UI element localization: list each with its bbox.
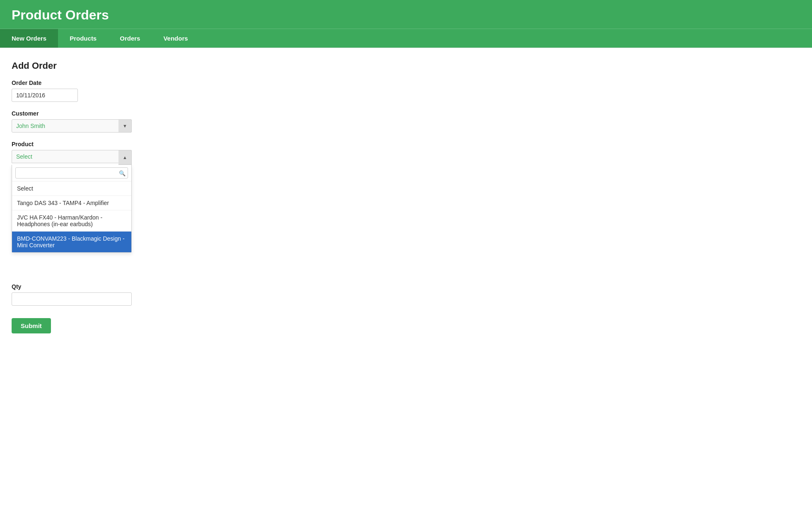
product-select-text: Select — [16, 153, 32, 160]
nav-item-new-orders[interactable]: New Orders — [0, 29, 58, 48]
navigation: New Orders Products Orders Vendors — [0, 29, 812, 48]
main-content: Add Order Order Date Customer John Smith… — [0, 48, 812, 346]
header: Product Orders — [0, 0, 812, 29]
product-option-select[interactable]: Select — [12, 181, 131, 196]
customer-dropdown-arrow-icon[interactable]: ▼ — [118, 119, 132, 133]
product-dropdown-arrow-icon[interactable]: ▲ — [118, 150, 132, 165]
nav-item-products[interactable]: Products — [58, 29, 108, 48]
product-label: Product — [12, 141, 800, 147]
app-title: Product Orders — [12, 7, 800, 23]
qty-group: Qty — [12, 283, 800, 306]
product-search-input[interactable] — [15, 167, 128, 179]
customer-label: Customer — [12, 110, 800, 117]
submit-button[interactable]: Submit — [12, 318, 51, 333]
product-search-wrapper: 🔍 — [12, 165, 131, 181]
product-option-tango[interactable]: Tango DAS 343 - TAMP4 - Amplifier — [12, 196, 131, 210]
customer-select-wrapper: John Smith ▼ — [12, 119, 132, 133]
search-icon: 🔍 — [119, 170, 126, 176]
product-option-jvc[interactable]: JVC HA FX40 - Harman/Kardon - Headphones… — [12, 210, 131, 232]
customer-group: Customer John Smith ▼ — [12, 110, 800, 133]
order-date-label: Order Date — [12, 80, 800, 86]
qty-label: Qty — [12, 283, 800, 290]
product-dropdown-menu: 🔍 Select Tango DAS 343 - TAMP4 - Amplifi… — [12, 165, 132, 253]
product-group: Product Select ▲ 🔍 Select Tango — [12, 141, 800, 163]
form-title: Add Order — [12, 60, 800, 71]
order-date-group: Order Date — [12, 80, 800, 102]
qty-input[interactable] — [12, 292, 132, 306]
nav-item-orders[interactable]: Orders — [108, 29, 152, 48]
nav-item-vendors[interactable]: Vendors — [152, 29, 199, 48]
order-date-input[interactable] — [12, 89, 78, 102]
product-option-bmd[interactable]: BMD-CONVAM223 - Blackmagic Design - Mini… — [12, 232, 131, 252]
customer-select[interactable]: John Smith — [12, 119, 132, 133]
product-dropdown-wrapper: Select ▲ 🔍 Select Tango DAS 343 - TAMP4 … — [12, 150, 132, 163]
product-select-button[interactable]: Select — [12, 150, 132, 163]
